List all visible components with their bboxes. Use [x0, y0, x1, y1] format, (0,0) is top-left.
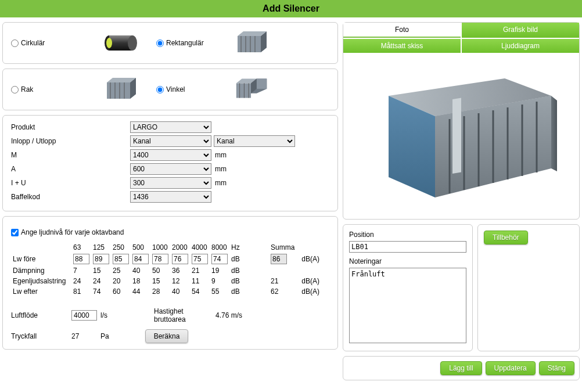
value-pressure: 27: [71, 332, 100, 340]
radio-angle[interactable]: [156, 86, 164, 93]
label-velocity: Hastighet bruttoarea: [154, 307, 212, 323]
select-baffle[interactable]: 1436: [130, 191, 211, 203]
close-button[interactable]: Stäng: [539, 361, 574, 375]
checkbox-octave[interactable]: [11, 229, 19, 236]
select-a[interactable]: 600: [130, 163, 211, 175]
select-product[interactable]: LARGO: [130, 121, 211, 133]
label-airflow: Luftflöde: [11, 311, 71, 319]
update-button[interactable]: Uppdatera: [486, 361, 536, 375]
tab-dim-sketch[interactable]: Måttsatt skiss: [343, 39, 461, 53]
input-lw-before-125[interactable]: [93, 254, 109, 264]
form-panel: Produkt LARGO Inlopp / Utlopp Kanal Kana…: [2, 115, 338, 211]
svg-rect-40: [452, 98, 461, 174]
tab-sound-diagram[interactable]: Ljuddiagram: [462, 39, 579, 53]
unit-pressure: Pa: [100, 332, 109, 340]
radio-straight[interactable]: [11, 86, 19, 93]
page-title: Add Silencer: [0, 0, 582, 17]
label-a: A: [11, 165, 130, 173]
svg-point-2: [128, 35, 137, 51]
sound-table: 631252505001000200040008000HzSummaLw för…: [11, 242, 321, 297]
input-lw-before-1000[interactable]: [152, 254, 168, 264]
accessories-button[interactable]: Tillbehör: [484, 231, 528, 244]
label-inout: Inlopp / Utlopp: [11, 137, 130, 145]
label-iu: I + U: [11, 179, 130, 187]
checkbox-octave-label: Ange ljudnivå för varje oktavband: [21, 228, 124, 236]
svg-marker-23: [257, 79, 267, 89]
unit-a: mm: [215, 165, 227, 173]
radio-angle-label: Vinkel: [166, 85, 185, 93]
radio-rectangular-label: Rektangulär: [166, 39, 204, 47]
value-velocity: 4.76 m/s: [215, 311, 242, 319]
input-lw-before-250[interactable]: [113, 254, 129, 264]
radio-rectangular[interactable]: [156, 39, 164, 47]
calculate-button[interactable]: Beräkna: [145, 329, 189, 343]
input-position[interactable]: [349, 241, 466, 253]
add-button[interactable]: Lägg till: [440, 361, 482, 375]
shape-panel: Cirkulär Rektangulär: [2, 22, 338, 64]
svg-point-3: [106, 38, 112, 48]
thumb-angle: [232, 75, 272, 104]
notes-panel: Position Noteringar: [343, 224, 473, 351]
sum-lw-before: [271, 254, 287, 264]
select-inlet[interactable]: Kanal: [130, 135, 211, 147]
input-lw-before-2000[interactable]: [172, 254, 188, 264]
label-baffle: Baffelkod: [11, 193, 130, 201]
select-outlet[interactable]: Kanal: [214, 135, 295, 147]
select-iu[interactable]: 300: [130, 177, 211, 189]
radio-straight-label: Rak: [21, 85, 33, 93]
label-m: M: [11, 151, 130, 159]
input-lw-before-63[interactable]: [73, 254, 89, 264]
input-lw-before-8000[interactable]: [211, 254, 228, 264]
input-lw-before-500[interactable]: [132, 254, 149, 264]
preview-panel: Foto Grafisk bild Måttsatt skiss Ljuddia…: [343, 22, 580, 220]
thumb-rectangular: [232, 28, 272, 57]
input-lw-before-4000[interactable]: [192, 254, 208, 264]
label-position: Position: [349, 231, 466, 239]
unit-airflow: l/s: [100, 311, 107, 319]
thumb-straight: [87, 75, 156, 104]
tab-photo[interactable]: Foto: [343, 23, 461, 38]
unit-iu: mm: [215, 179, 227, 187]
label-notes: Noteringar: [349, 257, 466, 265]
tab-graphic[interactable]: Grafisk bild: [462, 23, 579, 38]
unit-m: mm: [215, 151, 227, 159]
radio-circular[interactable]: [11, 39, 19, 47]
textarea-notes[interactable]: [349, 268, 466, 343]
input-airflow[interactable]: [71, 310, 97, 321]
label-product: Produkt: [11, 123, 130, 131]
sound-panel: Ange ljudnivå för varje oktavband 631252…: [2, 216, 338, 350]
accessories-panel: Tillbehör: [477, 224, 580, 351]
product-photo: [354, 61, 569, 212]
select-m[interactable]: 1400: [130, 149, 211, 161]
thumb-circular: [87, 28, 156, 57]
radio-circular-label: Cirkulär: [21, 39, 45, 47]
svg-marker-32: [551, 96, 557, 171]
orientation-panel: Rak Vinkel: [2, 69, 338, 110]
action-bar: Lägg till Uppdatera Stäng: [343, 356, 580, 380]
label-pressure: Tryckfall: [11, 332, 71, 340]
